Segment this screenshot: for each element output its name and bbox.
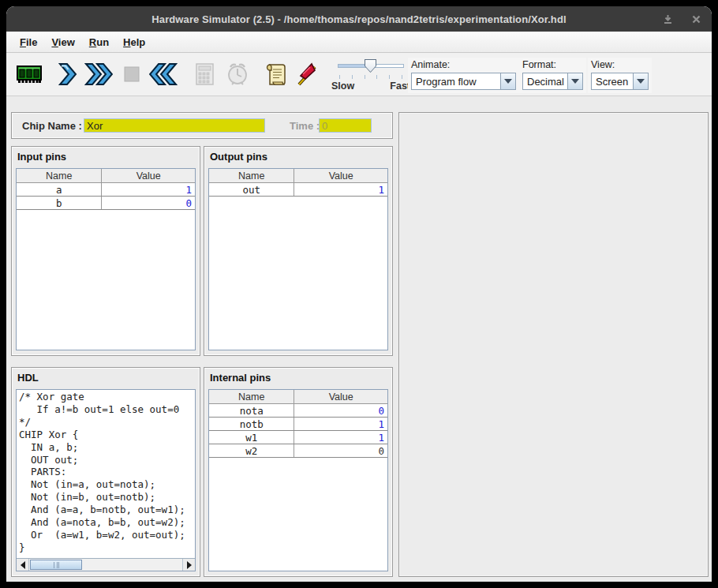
- scroll-left-button[interactable]: [17, 559, 29, 571]
- hdl-code-line: CHIP Xor {: [19, 429, 195, 441]
- single-step-icon: [55, 62, 79, 87]
- reset-button[interactable]: [148, 58, 178, 90]
- speed-slider-thumb[interactable]: [365, 59, 376, 73]
- hdl-code-line: OUT out;: [19, 454, 195, 466]
- hdl-code-line: Not (in=b, out=notb);: [19, 491, 195, 504]
- pin-name: a: [17, 183, 102, 196]
- pin-name: nota: [209, 404, 294, 417]
- stop-icon: [120, 62, 144, 86]
- pin-value[interactable]: 0: [294, 444, 387, 457]
- input-pins-col-value: Value: [102, 169, 195, 182]
- scroll-right-icon: [187, 561, 192, 569]
- title-bar[interactable]: Hardware Simulator (2.5) - /home/thomas/…: [6, 6, 712, 32]
- clock-button[interactable]: [223, 58, 252, 90]
- internal-pin-row: w1 1: [209, 431, 387, 444]
- hdl-horizontal-scrollbar[interactable]: [17, 558, 195, 571]
- input-pins-table: Name Value a 1 b 0: [16, 168, 196, 350]
- breakpoints-flag-icon: [294, 61, 320, 88]
- stop-button[interactable]: [117, 58, 147, 90]
- scroll-left-icon: [21, 561, 25, 569]
- scrollbar-grip-icon: [54, 562, 59, 568]
- hdl-code-line: Or (a=w1, b=w2, out=out);: [19, 529, 195, 541]
- hdl-code-line: If a!=b out=1 else out=0: [19, 403, 195, 416]
- minimize-button[interactable]: [661, 13, 674, 25]
- chevron-down-icon: [571, 79, 579, 84]
- run-button[interactable]: [84, 58, 114, 90]
- breakpoints-button[interactable]: [292, 58, 322, 90]
- pin-name: w2: [209, 444, 294, 457]
- internal-pins-table: Name Value nota 0 notb 1: [208, 389, 388, 571]
- output-pins-col-name: Name: [209, 169, 294, 182]
- format-dropdown[interactable]: Decimal: [522, 73, 583, 90]
- calculator-button[interactable]: [189, 58, 219, 90]
- animate-group: Animate: Program flow: [408, 58, 519, 93]
- view-dropdown-arrow[interactable]: [633, 73, 648, 89]
- animate-dropdown-arrow[interactable]: [500, 73, 515, 89]
- internal-pin-row: notb 1: [209, 418, 387, 431]
- single-step-button[interactable]: [52, 58, 82, 90]
- hdl-code-line: Not (in=a, out=nota);: [19, 478, 195, 491]
- reset-icon: [149, 62, 178, 87]
- menu-file[interactable]: File: [13, 33, 44, 51]
- input-pin-row: b 0: [17, 197, 195, 210]
- hdl-code-line: And (a=a, b=notb, out=w1);: [19, 504, 195, 516]
- close-button[interactable]: [690, 13, 702, 25]
- input-pin-row: a 1: [17, 183, 195, 197]
- load-chip-icon: [15, 61, 43, 88]
- hdl-title: HDL: [12, 368, 200, 384]
- hdl-code-line: And (a=nota, b=b, out=w2);: [19, 516, 195, 529]
- speed-slider-group: Slow Fast: [331, 56, 410, 94]
- internal-pin-row: w2 0: [209, 444, 387, 458]
- view-dropdown[interactable]: Screen: [591, 73, 649, 90]
- menu-help[interactable]: Help: [116, 33, 152, 51]
- pin-value[interactable]: 0: [102, 197, 195, 209]
- menu-view[interactable]: View: [44, 33, 81, 51]
- output-pins-title: Output pins: [204, 147, 392, 163]
- output-pins-panel: Output pins Name Value out 1: [204, 146, 393, 356]
- pin-name: out: [209, 183, 294, 196]
- chevron-down-icon: [637, 79, 645, 84]
- internal-pins-panel: Internal pins Name Value nota 0 no: [204, 367, 393, 577]
- app-window: Hardware Simulator (2.5) - /home/thomas/…: [6, 6, 712, 582]
- hdl-code-line: PARTS:: [19, 466, 195, 478]
- output-pins-col-value: Value: [294, 169, 387, 182]
- pin-name: notb: [209, 418, 294, 430]
- load-chip-button[interactable]: [14, 58, 44, 90]
- clock-icon: [224, 61, 251, 88]
- pin-value[interactable]: 0: [294, 404, 387, 417]
- menu-run[interactable]: Run: [82, 33, 116, 51]
- animate-label: Animate:: [411, 59, 516, 70]
- internal-pin-row: nota 0: [209, 404, 387, 418]
- chevron-down-icon: [504, 79, 512, 84]
- pin-value[interactable]: 1: [294, 183, 387, 196]
- scrollbar-thumb[interactable]: [30, 560, 82, 570]
- menu-bar: File View Run Help: [6, 32, 712, 53]
- view-script-button[interactable]: [260, 58, 290, 90]
- hdl-code-line: /* Xor gate: [19, 391, 195, 403]
- pin-name: b: [17, 197, 102, 209]
- animate-value: Program flow: [412, 73, 500, 89]
- format-dropdown-arrow[interactable]: [567, 73, 582, 89]
- toolbar: Slow Fast Animate: Program flow Format: …: [6, 53, 712, 96]
- scroll-right-button[interactable]: [182, 559, 195, 571]
- view-value: Screen: [592, 73, 633, 89]
- format-group: Format: Decimal: [519, 58, 586, 93]
- run-icon: [84, 62, 113, 87]
- animate-dropdown[interactable]: Program flow: [411, 73, 516, 90]
- chip-name-field[interactable]: Xor: [84, 118, 265, 133]
- pin-value[interactable]: 1: [294, 418, 387, 430]
- hdl-code-line: IN a, b;: [19, 441, 195, 454]
- speed-slider-ticks: [339, 75, 402, 79]
- input-pins-col-name: Name: [17, 169, 102, 182]
- close-icon: [692, 15, 701, 24]
- hdl-code-area[interactable]: /* Xor gate If a!=b out=1 else out=0 */ …: [16, 389, 196, 571]
- chip-header-panel: Chip Name : Xor Time : 0: [11, 112, 393, 139]
- pin-value[interactable]: 1: [294, 431, 387, 444]
- view-label: View:: [591, 59, 649, 70]
- pin-value[interactable]: 1: [102, 183, 195, 196]
- chip-name-label: Chip Name :: [22, 120, 82, 132]
- output-pin-row: out 1: [209, 183, 387, 197]
- chip-view-panel: [398, 112, 709, 577]
- main-content: Chip Name : Xor Time : 0 Input pins Name…: [6, 97, 712, 582]
- calculator-icon: [192, 61, 217, 88]
